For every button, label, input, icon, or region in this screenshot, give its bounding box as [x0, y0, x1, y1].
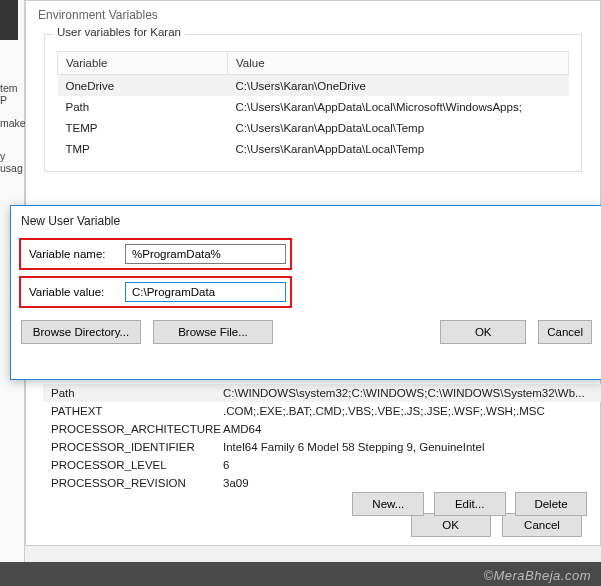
new-user-variable-dialog: New User Variable Variable name: Variabl… [10, 205, 601, 380]
cell-name: PROCESSOR_ARCHITECTURE [43, 423, 223, 435]
cell-value: AMD64 [223, 423, 601, 435]
cell-name: PATHEXT [43, 405, 223, 417]
bg-text: make [0, 117, 26, 129]
table-row[interactable]: PROCESSOR_LEVEL 6 [43, 456, 601, 474]
dialog-title: New User Variable [11, 206, 601, 238]
bg-text: tem P [0, 82, 24, 106]
bg-text: y usag [0, 150, 24, 174]
cell-value: 3a09 [223, 477, 601, 489]
delete-button[interactable]: Delete [515, 492, 587, 516]
watermark-bar: ©MeraBheja.com [0, 562, 601, 586]
table-row[interactable]: PROCESSOR_IDENTIFIER Intel64 Family 6 Mo… [43, 438, 601, 456]
variable-name-label: Variable name: [25, 248, 125, 260]
new-button[interactable]: New... [352, 492, 424, 516]
cell-value: C:\Users\Karan\AppData\Local\Temp [228, 138, 569, 159]
cell-name: Path [58, 96, 228, 117]
variable-name-row: Variable name: [25, 244, 286, 264]
table-row[interactable]: PATHEXT .COM;.EXE;.BAT;.CMD;.VBS;.VBE;.J… [43, 402, 601, 420]
user-variables-table[interactable]: Variable Value OneDrive C:\Users\Karan\O… [57, 51, 569, 159]
cancel-button[interactable]: Cancel [502, 513, 582, 537]
browse-directory-button[interactable]: Browse Directory... [21, 320, 141, 344]
cell-name: TEMP [58, 117, 228, 138]
variable-value-row: Variable value: [25, 282, 286, 302]
window-title: Environment Variables [26, 1, 600, 29]
dialog-ok-button[interactable]: OK [440, 320, 526, 344]
footer-buttons: OK Cancel [403, 513, 582, 537]
background-dark-block [0, 0, 18, 40]
table-row[interactable]: Path C:\WINDOWS\system32;C:\WINDOWS;C:\W… [43, 384, 601, 402]
variable-value-label: Variable value: [25, 286, 125, 298]
highlight-name-row: Variable name: [19, 238, 292, 270]
variable-value-input[interactable] [125, 282, 286, 302]
group-label: User variables for Karan [53, 26, 185, 38]
highlight-value-row: Variable value: [19, 276, 292, 308]
cell-value: .COM;.EXE;.BAT;.CMD;.VBS;.VBE;.JS;.JSE;.… [223, 405, 601, 417]
col-value[interactable]: Value [228, 52, 569, 75]
table-row[interactable]: PROCESSOR_ARCHITECTURE AMD64 [43, 420, 601, 438]
dialog-cancel-button[interactable]: Cancel [538, 320, 592, 344]
cell-name: OneDrive [58, 75, 228, 97]
variable-name-input[interactable] [125, 244, 286, 264]
cell-value: C:\Users\Karan\OneDrive [228, 75, 569, 97]
table-row[interactable]: PROCESSOR_REVISION 3a09 [43, 474, 601, 492]
cell-value: C:\WINDOWS\system32;C:\WINDOWS;C:\WINDOW… [223, 387, 601, 399]
table-row[interactable]: Path C:\Users\Karan\AppData\Local\Micros… [58, 96, 569, 117]
browse-file-button[interactable]: Browse File... [153, 320, 273, 344]
cell-name: PROCESSOR_REVISION [43, 477, 223, 489]
cell-name: PROCESSOR_IDENTIFIER [43, 441, 223, 453]
table-row[interactable]: TEMP C:\Users\Karan\AppData\Local\Temp [58, 117, 569, 138]
table-row[interactable]: OneDrive C:\Users\Karan\OneDrive [58, 75, 569, 97]
edit-button[interactable]: Edit... [434, 492, 506, 516]
cell-name: PROCESSOR_LEVEL [43, 459, 223, 471]
ok-button[interactable]: OK [411, 513, 491, 537]
cell-value: C:\Users\Karan\AppData\Local\Temp [228, 117, 569, 138]
cell-value: C:\Users\Karan\AppData\Local\Microsoft\W… [228, 96, 569, 117]
cell-value: 6 [223, 459, 601, 471]
dialog-button-row: Browse Directory... Browse File... OK Ca… [11, 314, 601, 344]
cell-value: Intel64 Family 6 Model 58 Stepping 9, Ge… [223, 441, 601, 453]
watermark-text: ©MeraBheja.com [483, 568, 591, 583]
cell-name: TMP [58, 138, 228, 159]
cell-name: Path [43, 387, 223, 399]
table-row[interactable]: TMP C:\Users\Karan\AppData\Local\Temp [58, 138, 569, 159]
col-variable[interactable]: Variable [58, 52, 228, 75]
system-variables-partial: Path C:\WINDOWS\system32;C:\WINDOWS;C:\W… [43, 384, 601, 492]
user-variables-group: User variables for Karan Variable Value … [44, 34, 582, 172]
system-vars-buttons: New... Edit... Delete [346, 492, 587, 516]
